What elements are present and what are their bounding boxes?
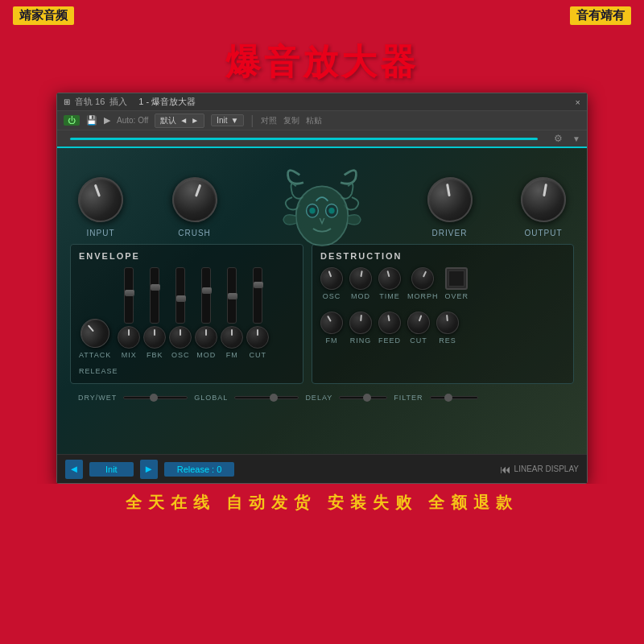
close-button[interactable]: × <box>576 97 580 107</box>
fader-cut-knob[interactable] <box>246 326 269 349</box>
prev-button[interactable]: ◄ <box>65 460 83 479</box>
global-controls: DRY/WET GLOBAL DELAY FILTER <box>70 389 574 407</box>
filter-label: FILTER <box>394 394 423 402</box>
envelope-title: ENVELOPE <box>79 251 295 261</box>
drywet-label: DRY/WET <box>78 394 117 402</box>
global-slider[interactable] <box>234 396 299 399</box>
linear-display[interactable]: ⏮ LINEAR DISPLAY <box>500 463 579 476</box>
dest-res-knob[interactable] <box>436 311 460 335</box>
dest-time-label: TIME <box>379 292 400 300</box>
over-button[interactable] <box>445 267 468 290</box>
dest-cut-knob[interactable] <box>404 308 433 337</box>
fader-fbk: FBK <box>143 267 166 359</box>
dest-res-label: RES <box>439 336 456 345</box>
page-title: 爆音放大器 <box>0 39 644 86</box>
logo-area <box>270 156 374 261</box>
dest-fm-knob[interactable] <box>316 308 347 338</box>
output-knob[interactable] <box>518 174 570 226</box>
fader-osc-track[interactable] <box>175 267 185 324</box>
fader-osc-knob[interactable] <box>169 326 192 349</box>
crush-knob-group: CRUSH <box>172 177 217 237</box>
dest-row-1: OSC MOD TIME MORPH <box>320 267 565 300</box>
fader-fm-track[interactable] <box>227 267 237 324</box>
fader-mix-track[interactable] <box>124 267 134 324</box>
faders-col: MIX FBK <box>118 267 295 359</box>
plugin-window: ⊞ 音轨 16 插入 1 - 爆音放大器 × ⏻ 💾 ▶ Auto: Off 默… <box>56 93 588 484</box>
fader-fm-knob[interactable] <box>221 326 243 349</box>
fader-cut-handle[interactable] <box>254 282 263 288</box>
default-preset[interactable]: 默认 ◄ ► <box>155 114 204 128</box>
filter-handle[interactable] <box>444 394 452 402</box>
bottom-banner: 全天在线 自动发货 安装失败 全额退款 <box>0 484 644 518</box>
fader-mix-knob[interactable] <box>118 326 140 349</box>
medusa-logo <box>274 160 370 257</box>
envelope-inner: ATTACK MIX <box>79 267 295 359</box>
dest-mod-label: MOD <box>351 292 370 300</box>
fader-fm-handle[interactable] <box>228 293 237 299</box>
delay-handle[interactable] <box>363 394 371 402</box>
dest-osc-knob[interactable] <box>317 264 346 293</box>
dropdown-small-icon[interactable]: ▼ <box>572 134 580 143</box>
dest-time-knob[interactable] <box>376 265 403 292</box>
global-label: GLOBAL <box>194 394 228 402</box>
dest-fm-group: FM <box>320 312 343 345</box>
top-banner: 靖家音频 音有靖有 <box>0 0 644 31</box>
arrow-left-icon[interactable]: ◄ <box>180 116 188 125</box>
over-btn-inner <box>448 270 464 287</box>
destruction-section: DESTRUCTION OSC MOD <box>312 244 574 384</box>
fader-mod-track[interactable] <box>201 267 211 324</box>
drywet-handle[interactable] <box>150 394 158 402</box>
dest-ring-group: RING <box>349 312 372 345</box>
arrow-right-icon[interactable]: ► <box>191 116 199 125</box>
dest-mod-knob[interactable] <box>348 266 374 291</box>
global-handle[interactable] <box>270 394 278 402</box>
dest-feed-knob[interactable] <box>377 310 402 336</box>
driver-knob[interactable] <box>423 174 476 226</box>
delay-slider[interactable] <box>339 396 387 399</box>
power-button[interactable]: ⏻ <box>64 115 80 126</box>
dest-ring-knob[interactable] <box>349 311 373 335</box>
dest-time-group: TIME <box>378 267 401 300</box>
delay-label: DELAY <box>305 394 332 402</box>
save-icon[interactable]: 💾 <box>86 115 97 126</box>
fader-mod-handle[interactable] <box>202 287 212 294</box>
window-titlebar: ⊞ 音轨 16 插入 1 - 爆音放大器 × <box>57 93 587 111</box>
fader-mod-knob[interactable] <box>195 326 217 349</box>
dest-osc-group: OSC <box>320 267 343 300</box>
fader-cut-track[interactable] <box>253 267 262 324</box>
release-label: RELEASE <box>79 367 118 375</box>
dest-morph-knob[interactable] <box>408 263 438 293</box>
toolbar: ⏻ 💾 ▶ Auto: Off 默认 ◄ ► Init ▼ | 对照 复制 粘贴 <box>57 111 587 130</box>
gear-icon[interactable]: ⚙ <box>554 133 563 144</box>
fader-mix: MIX <box>118 267 140 359</box>
init-label: Init <box>217 116 227 125</box>
dest-osc-label: OSC <box>323 292 341 300</box>
fader-fbk-handle[interactable] <box>151 284 160 291</box>
track-label: 音轨 16 <box>75 96 105 108</box>
title-area: 爆音放大器 <box>0 31 644 93</box>
fader-fbk-knob[interactable] <box>143 326 166 349</box>
copy-label[interactable]: 复制 <box>283 115 299 126</box>
fader-mix-handle[interactable] <box>125 290 134 296</box>
filter-slider[interactable] <box>430 396 478 399</box>
dropdown-icon[interactable]: ▼ <box>230 116 238 125</box>
auto-off-label: Auto: Off <box>117 116 148 125</box>
top-banner-right: 音有靖有 <box>570 6 631 25</box>
paste-label[interactable]: 粘贴 <box>306 115 322 126</box>
fader-fbk-track[interactable] <box>150 267 159 324</box>
driver-label: DRIVER <box>432 229 468 237</box>
fader-osc-handle[interactable] <box>176 295 186 302</box>
top-banner-left: 靖家音频 <box>13 6 74 25</box>
titlebar-left: ⊞ 音轨 16 插入 1 - 爆音放大器 <box>64 96 196 108</box>
init-preset[interactable]: Init ▼ <box>211 114 244 126</box>
crush-knob[interactable] <box>166 171 224 229</box>
fader-cut: CUT <box>246 267 269 359</box>
play-icon[interactable]: ▶ <box>104 115 110 126</box>
release-button[interactable]: Release : 0 <box>164 462 235 477</box>
attack-knob[interactable] <box>75 313 116 354</box>
drywet-slider[interactable] <box>123 396 188 399</box>
dest-morph-group: MORPH <box>407 267 439 300</box>
input-knob[interactable] <box>72 171 130 229</box>
dest-row-2: FM RING FEED CUT <box>320 312 565 345</box>
next-button[interactable]: ► <box>140 460 158 479</box>
